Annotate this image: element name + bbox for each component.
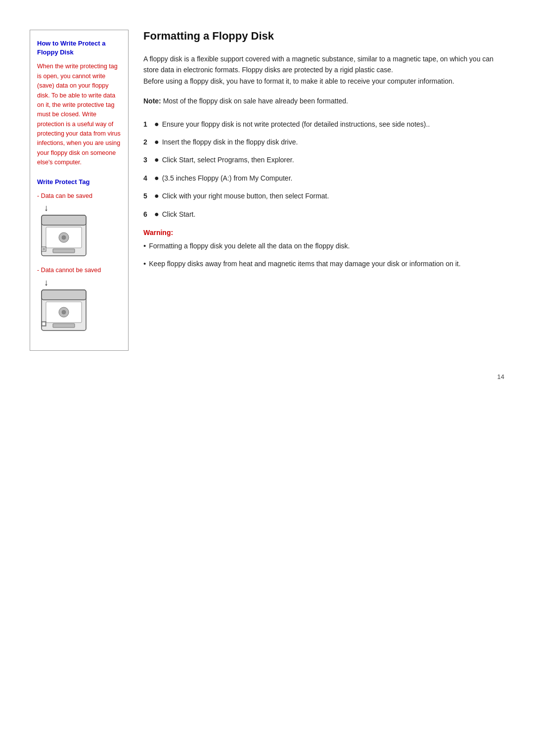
step-text-4: (3.5 inches Floppy (A:) from My Computer… xyxy=(162,173,293,184)
svg-rect-9 xyxy=(42,290,86,300)
step-text-1: Ensure your floppy disk is not write pro… xyxy=(162,119,430,130)
page-number: 14 xyxy=(497,373,504,380)
page-title: Formatting a Floppy Disk xyxy=(143,30,504,43)
disk1-label: - Data can be saved xyxy=(37,191,121,201)
sidebar-section2-title: Write Protect Tag xyxy=(37,178,121,187)
steps-list: 1 ● Ensure your floppy disk is not write… xyxy=(143,119,504,220)
arrow-down-icon-2: ↓ xyxy=(44,278,121,287)
warning-section: Warning: • Formatting a floppy disk you … xyxy=(143,229,504,270)
svg-rect-7 xyxy=(43,248,45,250)
step-bullet-2: ● xyxy=(154,137,159,147)
step-text-6: Click Start. xyxy=(162,209,196,220)
floppy-disk-2 xyxy=(39,288,121,332)
step-bullet-5: ● xyxy=(154,190,159,201)
step-item-5: 5 ● Click with your right mouse button, … xyxy=(143,190,504,201)
sidebar-section1-body: When the write protecting tag is open, y… xyxy=(37,62,121,167)
step-bullet-4: ● xyxy=(154,173,159,184)
main-content: Formatting a Floppy Disk A floppy disk i… xyxy=(143,30,504,351)
disk2-label: - Data cannot be saved xyxy=(37,266,121,275)
warning-title: Warning: xyxy=(143,229,504,236)
warning-item-1: • Formatting a floppy disk you delete al… xyxy=(143,240,504,252)
step-num-3: 3 xyxy=(143,154,152,165)
step-num-4: 4 xyxy=(143,173,152,184)
floppy-disk-1 xyxy=(39,213,121,258)
disk-item-1: - Data can be saved ↓ xyxy=(37,191,121,258)
step-item-1: 1 ● Ensure your floppy disk is not write… xyxy=(143,119,504,130)
step-num-1: 1 xyxy=(143,119,152,130)
warning-text-1: Formatting a floppy disk you delete all … xyxy=(149,240,350,251)
intro-text: A floppy disk is a flexible support cove… xyxy=(143,53,504,87)
warning-text-2: Keep floppy disks away from heat and mag… xyxy=(149,258,460,269)
step-bullet-3: ● xyxy=(154,154,159,165)
svg-rect-15 xyxy=(42,322,45,326)
arrow-down-icon-1: ↓ xyxy=(44,203,121,212)
warning-item-2: • Keep floppy disks away from heat and m… xyxy=(143,258,504,270)
step-num-6: 6 xyxy=(143,209,152,220)
step-text-5: Click with your right mouse button, then… xyxy=(162,190,329,201)
warning-bullet-2: • xyxy=(143,258,146,270)
warning-bullet-1: • xyxy=(143,240,146,252)
svg-point-12 xyxy=(62,310,66,314)
svg-rect-1 xyxy=(42,215,86,225)
step-item-3: 3 ● Click Start, select Programs, then E… xyxy=(143,154,504,165)
step-item-6: 6 ● Click Start. xyxy=(143,209,504,220)
note-text: Most of the floppy disk on sale have alr… xyxy=(161,97,348,105)
step-item-4: 4 ● (3.5 inches Floppy (A:) from My Comp… xyxy=(143,173,504,184)
note-line: Note: Most of the floppy disk on sale ha… xyxy=(143,95,504,106)
svg-point-4 xyxy=(62,236,66,239)
step-bullet-1: ● xyxy=(154,119,159,130)
step-text-3: Click Start, select Programs, then Explo… xyxy=(162,154,294,165)
svg-rect-13 xyxy=(53,324,75,328)
step-num-5: 5 xyxy=(143,190,152,201)
step-bullet-6: ● xyxy=(154,209,159,220)
step-num-2: 2 xyxy=(143,137,152,147)
svg-rect-5 xyxy=(53,249,75,253)
sidebar-section1-title: How to Write Protect a Floppy Disk xyxy=(37,39,121,57)
step-item-2: 2 ● Insert the floppy disk in the floppy… xyxy=(143,137,504,147)
sidebar: How to Write Protect a Floppy Disk When … xyxy=(30,30,129,351)
step-text-2: Insert the floppy disk in the floppy dis… xyxy=(162,137,298,147)
disk-item-2: - Data cannot be saved ↓ xyxy=(37,266,121,332)
note-label: Note: xyxy=(143,97,161,105)
